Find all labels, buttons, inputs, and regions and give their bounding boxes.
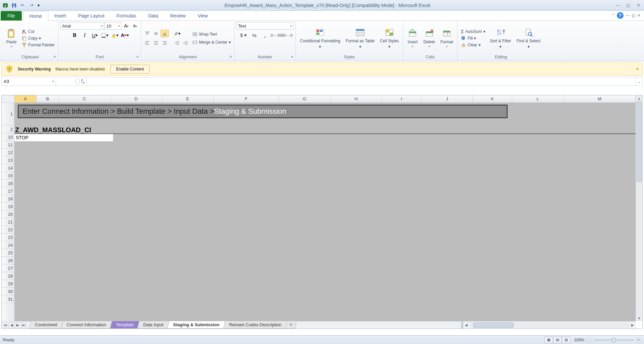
tab-nav-next-icon[interactable]: ▶ [15,323,20,328]
orientation-icon[interactable]: ab▾ [173,30,181,37]
scroll-right-icon[interactable]: ▶ [630,323,636,327]
delete-cells-button[interactable]: Delete▾ [421,27,437,50]
cell-a2[interactable]: Z_AWD_MASSLOAD_CI [15,126,91,134]
font-color-icon[interactable]: A▾ [121,32,129,39]
col-header-A[interactable]: A [14,95,37,103]
row-header-27[interactable]: 27 [2,264,14,272]
normal-view-icon[interactable]: ▦ [544,337,553,343]
workbook-restore-icon[interactable]: ◱ [632,13,635,18]
row-header-17[interactable]: 17 [2,187,14,195]
col-header-F[interactable]: F [214,95,279,103]
row-header-21[interactable]: 21 [2,218,14,226]
number-format-combo[interactable]: Text▾ [236,22,293,30]
tab-home[interactable]: Home [23,11,48,21]
col-header-I[interactable]: I [382,95,421,103]
bold-icon[interactable]: B [70,32,78,39]
font-name-combo[interactable]: Arial▾ [60,22,104,30]
underline-icon[interactable]: U▾ [91,32,99,39]
align-bottom-icon[interactable] [161,30,169,37]
col-header-E[interactable]: E [162,95,214,103]
ribbon-minimize-icon[interactable]: ⌃ [611,13,615,18]
restore-button[interactable]: ◱ [624,2,633,9]
cut-button[interactable]: Cut [20,29,56,35]
row-header-22[interactable]: 22 [2,226,14,234]
tab-nav-prev-icon[interactable]: ◀ [9,323,14,328]
decrease-indent-icon[interactable] [173,39,181,47]
tab-insert[interactable]: Insert [48,11,72,20]
row-header-13[interactable]: 13 [2,156,14,164]
sheet-tab-data-input[interactable]: Data Input [138,321,169,329]
row-header-1[interactable]: 1 [2,103,14,126]
select-all-corner[interactable] [2,95,14,103]
tab-review[interactable]: Review [164,11,192,20]
tab-page-layout[interactable]: Page Layout [72,11,111,20]
format-as-table-button[interactable]: Format as Table ▾ [344,26,377,50]
fx-icon[interactable]: fx [81,78,85,85]
decrease-decimal-icon[interactable]: .00→.0 [282,32,290,39]
col-header-G[interactable]: G [279,95,331,103]
paste-button[interactable]: Paste▾ [4,27,19,50]
merge-center-button[interactable]: Merge & Center ▾ [191,39,232,45]
page-break-view-icon[interactable]: ▧ [562,337,571,343]
new-sheet-button[interactable]: ✧ [285,321,297,329]
row-header-28[interactable]: 28 [2,272,14,280]
row-header-11[interactable]: 11 [2,141,14,149]
zoom-level[interactable]: 100% [574,338,584,342]
increase-decimal-icon[interactable]: .0→.00 [272,32,280,39]
wrap-text-button[interactable]: abWrap Text [191,31,232,37]
h-scroll-thumb[interactable] [473,323,514,328]
sheet-tab-coversheet[interactable]: Coversheet [29,321,63,329]
increase-indent-icon[interactable] [181,39,190,47]
tab-nav-first-icon[interactable]: ⏮ [3,323,8,328]
workbook-close-icon[interactable]: ✕ [637,13,641,18]
row-header-24[interactable]: 24 [2,241,14,249]
zoom-out-icon[interactable]: − [586,337,592,343]
row-header-26[interactable]: 26 [2,257,14,264]
fill-color-icon[interactable]: ▾ [111,32,119,39]
formula-expand-icon[interactable]: ⌄ [636,78,642,85]
h-scrollbar[interactable] [469,323,630,328]
conditional-formatting-button[interactable]: Conditional Formatting ▾ [298,26,342,50]
shrink-font-icon[interactable]: A▾ [131,22,139,30]
fill-button[interactable]: Fill ▾ [460,35,487,41]
cell-a10[interactable]: STOP [14,134,113,141]
row-header-2[interactable]: 2 [2,126,14,133]
row-header-23[interactable]: 23 [2,234,14,241]
row-header-31[interactable]: 31 [2,295,14,303]
formula-input[interactable] [87,78,636,85]
cells-area[interactable]: Enter Connect Information > Build Templa… [14,103,636,321]
comma-format-icon[interactable]: , [261,32,269,39]
find-select-button[interactable]: Find & Select ▾ [515,26,542,50]
vertical-scrollbar[interactable]: ▲ ▼ [636,95,642,321]
align-left-icon[interactable] [143,39,151,47]
page-layout-view-icon[interactable]: ▤ [553,337,562,343]
col-header-K[interactable]: K [473,95,512,103]
align-right-icon[interactable] [161,39,169,47]
grow-font-icon[interactable]: A▴ [122,22,130,30]
enable-content-button[interactable]: Enable Content [110,65,150,73]
scroll-left-icon[interactable]: ◀ [463,323,469,327]
italic-icon[interactable]: I [80,32,89,39]
zoom-slider[interactable] [594,339,634,341]
col-header-L[interactable]: L [512,95,564,103]
row-header-25[interactable]: 25 [2,249,14,257]
tab-data[interactable]: Data [142,11,164,20]
autosum-button[interactable]: ΣAutoSum ▾ [460,28,487,35]
col-header-B[interactable]: B [37,95,59,103]
row-header-16[interactable]: 16 [2,180,14,187]
sheet-tab-staging-submission[interactable]: Staging & Submission [167,321,225,329]
accounting-format-icon[interactable]: $ ▾ [239,32,248,39]
minimize-button[interactable]: — [614,2,623,9]
row-header-20[interactable]: 20 [2,210,14,218]
excel-icon[interactable]: X [1,1,9,9]
percent-format-icon[interactable]: % [250,32,258,39]
row-header-14[interactable]: 14 [2,164,14,172]
align-top-icon[interactable] [143,30,151,37]
row-header-12[interactable]: 12 [2,149,14,156]
tab-formulas[interactable]: Formulas [111,11,142,20]
col-header-C[interactable]: C [59,95,110,103]
format-cells-button[interactable]: Format▾ [438,27,455,50]
col-header-M[interactable]: M [564,95,636,103]
col-header-H[interactable]: H [331,95,382,103]
help-icon[interactable]: ? [617,12,624,19]
